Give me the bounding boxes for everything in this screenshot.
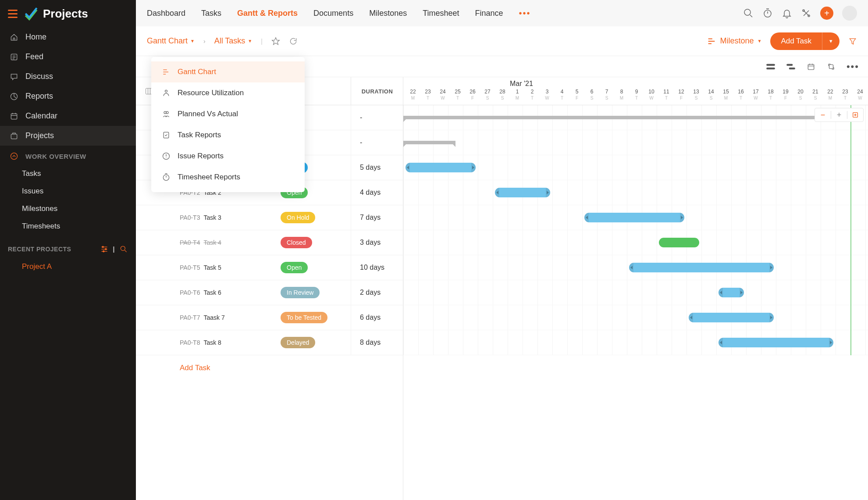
sidebar-item-issues[interactable]: Issues	[0, 182, 136, 200]
more-tabs-icon[interactable]: •••	[519, 8, 531, 18]
day-column: 23T	[838, 89, 853, 100]
day-column: 15M	[719, 89, 733, 100]
sidebar-item-reports[interactable]: Reports	[0, 86, 136, 106]
gantt-bar[interactable]	[629, 263, 774, 272]
sidebar-item-calendar[interactable]: Calendar	[0, 106, 136, 126]
task-row[interactable]: PA0-T8Task 8Delayed8 days	[136, 330, 403, 355]
view-dropdown: Gantt ChartResource UtilizationPlanned V…	[151, 57, 305, 192]
resource-icon	[162, 89, 171, 97]
gantt-bar[interactable]	[719, 338, 833, 347]
svg-rect-18	[829, 64, 833, 68]
search-icon[interactable]	[119, 245, 128, 254]
gantt-bar[interactable]	[659, 238, 699, 247]
zoom-out-button[interactable]: −	[815, 111, 831, 120]
gantt-row	[403, 330, 868, 355]
zoom-in-button[interactable]: +	[831, 111, 847, 120]
filter-icon[interactable]	[848, 37, 857, 46]
sidebar-item-timesheets[interactable]: Timesheets	[0, 218, 136, 235]
sidebar-item-milestones[interactable]: Milestones	[0, 200, 136, 218]
recent-project-item[interactable]: Project A	[0, 258, 136, 275]
groupby-selector[interactable]: Milestone ▼	[707, 36, 761, 46]
add-button[interactable]: +	[820, 7, 833, 20]
sidebar-item-feed[interactable]: Feed	[0, 47, 136, 67]
tab-gantt-reports[interactable]: Gantt & Reports	[237, 9, 298, 18]
task-row[interactable]: PA0-T7Taask 7To be Tested6 days	[136, 305, 403, 330]
duration-cell: 2 days	[351, 280, 403, 305]
month-label: Mar '21	[510, 80, 533, 88]
task-id: PA0-T7	[180, 314, 200, 321]
dropdown-item-resource-utilization[interactable]: Resource Utilization	[151, 82, 305, 104]
avatar[interactable]	[842, 6, 857, 21]
milestone-icon	[707, 36, 716, 46]
discuss-icon	[10, 72, 18, 81]
more-icon[interactable]: •••	[847, 61, 859, 72]
refresh-icon[interactable]	[289, 37, 298, 46]
tab-finance[interactable]: Finance	[475, 9, 503, 18]
gantt-row	[403, 230, 868, 255]
tab-documents[interactable]: Documents	[313, 9, 353, 18]
day-column: 16T	[733, 89, 748, 100]
svg-rect-13	[767, 64, 775, 65]
app-logo: Projects	[24, 6, 88, 21]
svg-rect-16	[789, 68, 795, 69]
gantt-bar[interactable]	[689, 313, 774, 322]
work-overview-header[interactable]: WORK OVERVIEW	[0, 146, 136, 165]
gantt-bar[interactable]	[403, 116, 836, 119]
bell-icon[interactable]	[782, 8, 792, 18]
view-selector[interactable]: Gantt Chart ▼	[147, 36, 195, 46]
star-icon[interactable]	[271, 37, 280, 46]
gantt-bar[interactable]	[584, 213, 684, 222]
expand-icon[interactable]	[826, 63, 836, 71]
zoom-fit-button[interactable]	[847, 111, 863, 118]
day-column: 8M	[614, 89, 629, 100]
day-column: 6S	[584, 89, 599, 100]
add-task-dropdown[interactable]: ▾	[822, 32, 840, 50]
task-row[interactable]: PA0-T3Task 3On Hold7 days	[136, 205, 403, 230]
add-task-button[interactable]: Add Task ▾	[770, 32, 840, 50]
svg-rect-15	[787, 64, 793, 65]
gantt-bar[interactable]	[403, 141, 455, 144]
svg-point-7	[103, 250, 104, 252]
task-row[interactable]: PA0-T4Task 4Closed3 days	[136, 230, 403, 255]
duration-cell: -	[351, 105, 403, 130]
tab-dashboard[interactable]: Dashboard	[147, 9, 185, 18]
filter-sliders-icon[interactable]	[100, 245, 109, 254]
align-icon[interactable]	[786, 63, 796, 71]
calendar-icon[interactable]	[806, 63, 816, 71]
timer-icon[interactable]	[762, 8, 773, 18]
tools-icon[interactable]	[801, 8, 811, 18]
gantt-row	[403, 180, 868, 205]
search-icon[interactable]	[743, 8, 754, 18]
sidebar-item-projects[interactable]: Projects	[0, 126, 136, 146]
chevron-right-icon: ›	[203, 38, 206, 45]
gantt-bar[interactable]	[495, 188, 550, 197]
day-column: 10W	[644, 89, 659, 100]
gantt-timeline[interactable]: Mar '21 22M23T24W25T26F27S28S1M2T3W4T5F6…	[403, 77, 868, 500]
tab-milestones[interactable]: Milestones	[369, 9, 407, 18]
gantt-bar[interactable]	[719, 288, 744, 297]
dropdown-item-issue-reports[interactable]: Issue Reports	[151, 146, 305, 167]
task-row[interactable]: PA0-T5Task 5Open10 days	[136, 255, 403, 280]
sidebar-item-discuss[interactable]: Discuss	[0, 67, 136, 86]
gantt-row	[403, 105, 868, 130]
chevron-up-icon	[10, 152, 18, 161]
dropdown-item-planned-vs-actual[interactable]: Planned Vs Actual	[151, 104, 305, 125]
sidebar-item-home[interactable]: Home	[0, 27, 136, 47]
svg-rect-3	[11, 134, 17, 139]
task-id: PA0-T4	[180, 239, 200, 246]
hamburger-menu[interactable]	[8, 10, 18, 18]
logo-icon	[24, 6, 39, 21]
tab-timesheet[interactable]: Timesheet	[423, 9, 459, 18]
svg-point-9	[744, 9, 751, 15]
fit-icon[interactable]	[766, 63, 776, 71]
duration-cell: 5 days	[351, 155, 403, 180]
filter-selector[interactable]: All Tasks ▼	[214, 36, 253, 46]
dropdown-item-timesheet-reports[interactable]: Timesheet Reports	[151, 167, 305, 188]
dropdown-item-gantt-chart[interactable]: Gantt Chart	[151, 61, 305, 82]
dropdown-item-task-reports[interactable]: Task Reports	[151, 125, 305, 146]
tab-tasks[interactable]: Tasks	[201, 9, 221, 18]
sidebar-item-tasks[interactable]: Tasks	[0, 165, 136, 182]
task-row[interactable]: PA0-T6Task 6In Review2 days	[136, 280, 403, 305]
gantt-bar[interactable]	[406, 163, 476, 172]
add-task-inline[interactable]: Add Task	[136, 355, 403, 380]
